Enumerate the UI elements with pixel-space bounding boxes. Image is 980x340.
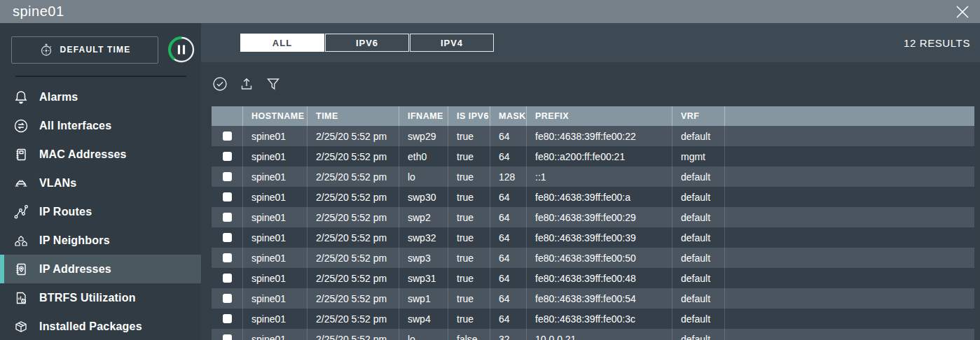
sidebar-item-ip-neighbors[interactable]: IP Neighbors <box>0 226 201 255</box>
cell-ifname: eth0 <box>399 146 448 167</box>
tab-ipv6[interactable]: IPV6 <box>325 34 409 52</box>
row-checkbox[interactable] <box>223 233 232 242</box>
row-checkbox[interactable] <box>223 172 232 181</box>
select-all-check-circle-icon[interactable] <box>212 76 228 92</box>
sidebar-item-label: IP Addresses <box>39 263 111 276</box>
row-checkbox[interactable] <box>223 274 232 283</box>
cell-time: 2/25/20 5:52 pm <box>307 207 399 227</box>
cell-prefix: fe80::a200:ff:fe00:21 <box>526 146 672 167</box>
header-checkbox-col <box>212 106 242 126</box>
cell-vrf: default <box>672 227 724 248</box>
bell-icon <box>13 89 29 106</box>
row-checkbox-cell <box>212 167 242 187</box>
header-vrf[interactable]: VRF <box>672 106 724 126</box>
sidebar-item-label: IP Routes <box>39 206 92 218</box>
table-row[interactable]: spine01 2/25/20 5:52 pm eth0 true 64 fe8… <box>212 146 974 167</box>
sidebar-item-label: Installed Packages <box>39 320 142 333</box>
cell-mask: 64 <box>490 126 526 146</box>
cell-hostname: spine01 <box>242 146 307 167</box>
sidebar-item-all-interfaces[interactable]: All Interfaces <box>0 111 201 140</box>
close-icon[interactable] <box>953 3 972 21</box>
table-row[interactable]: spine01 2/25/20 5:52 pm swp30 true 64 fe… <box>212 187 974 207</box>
row-checkbox[interactable] <box>223 253 232 262</box>
pause-progress-button[interactable] <box>167 36 195 64</box>
cell-is-ipv6: true <box>448 126 490 146</box>
sidebar: DEFAULT TIME Alarms <box>0 23 201 340</box>
row-checkbox-cell <box>212 227 242 248</box>
row-checkbox[interactable] <box>223 132 232 141</box>
row-checkbox[interactable] <box>223 314 232 323</box>
mac-address-book-icon <box>13 146 29 163</box>
sidebar-item-ip-addresses[interactable]: IP Addresses <box>0 255 201 283</box>
table-row[interactable]: spine01 2/25/20 5:52 pm swp29 true 64 fe… <box>212 126 974 146</box>
export-upload-icon[interactable] <box>239 76 254 92</box>
table-row[interactable]: spine01 2/25/20 5:52 pm swp3 true 64 fe8… <box>212 248 974 268</box>
table-row[interactable]: spine01 2/25/20 5:52 pm swp32 true 64 fe… <box>212 227 974 248</box>
tab-all[interactable]: ALL <box>240 34 324 52</box>
default-time-label: DEFAULT TIME <box>60 45 131 55</box>
row-checkbox-cell <box>212 187 242 207</box>
header-ifname[interactable]: IFNAME <box>399 106 448 126</box>
tab-ipv4[interactable]: IPV4 <box>410 34 494 52</box>
cell-time: 2/25/20 5:52 pm <box>307 167 399 187</box>
stopwatch-icon <box>39 43 53 57</box>
row-checkbox[interactable] <box>223 152 232 161</box>
sidebar-item-alarms[interactable]: Alarms <box>0 83 201 111</box>
cell-time: 2/25/20 5:52 pm <box>307 309 399 329</box>
cell-hostname: spine01 <box>242 126 307 146</box>
cell-ifname: swp3 <box>399 248 448 268</box>
cell-hostname: spine01 <box>242 187 307 207</box>
cell-mask: 64 <box>490 227 526 248</box>
sidebar-item-btrfs-utilization[interactable]: BTRFS Utilization <box>0 283 201 312</box>
cell-is-ipv6: true <box>448 268 490 288</box>
cell-vrf: mgmt <box>672 146 724 167</box>
cell-ifname: swp32 <box>399 227 448 248</box>
header-hostname[interactable]: HOSTNAME <box>242 106 307 126</box>
table-row[interactable]: spine01 2/25/20 5:52 pm swp1 true 64 fe8… <box>212 288 974 309</box>
row-checkbox[interactable] <box>223 192 232 201</box>
cell-spacer <box>724 227 974 248</box>
cell-is-ipv6: false <box>448 329 490 340</box>
table-row[interactable]: spine01 2/25/20 5:52 pm swp31 true 64 fe… <box>212 268 974 288</box>
header-mask[interactable]: MASK <box>490 106 526 126</box>
sidebar-item-label: BTRFS Utilization <box>39 292 136 304</box>
cell-prefix: fe80::4638:39ff:fe00:a <box>526 187 672 207</box>
cell-ifname: swp30 <box>399 187 448 207</box>
cell-time: 2/25/20 5:52 pm <box>307 227 399 248</box>
cell-vrf: default <box>672 167 724 187</box>
cell-vrf: default <box>672 268 724 288</box>
header-prefix[interactable]: PREFIX <box>526 106 672 126</box>
sidebar-item-label: IP Neighbors <box>39 234 110 247</box>
row-checkbox-cell <box>212 309 242 329</box>
cell-prefix: fe80::4638:39ff:fe00:54 <box>526 288 672 309</box>
table-toolbar <box>201 62 980 96</box>
sidebar-item-vlans[interactable]: VLANs <box>0 169 201 197</box>
table-row[interactable]: spine01 2/25/20 5:52 pm lo false 32 10.0… <box>212 329 974 340</box>
row-checkbox[interactable] <box>223 294 232 303</box>
cell-prefix: fe80::4638:39ff:fe00:39 <box>526 227 672 248</box>
row-checkbox[interactable] <box>223 213 232 222</box>
default-time-button[interactable]: DEFAULT TIME <box>11 36 158 64</box>
sidebar-item-mac-addresses[interactable]: MAC Addresses <box>0 140 201 169</box>
cell-mask: 64 <box>490 187 526 207</box>
cell-is-ipv6: true <box>448 227 490 248</box>
table-row[interactable]: spine01 2/25/20 5:52 pm lo true 128 ::1 … <box>212 167 974 187</box>
table-row[interactable]: spine01 2/25/20 5:52 pm swp2 true 64 fe8… <box>212 207 974 227</box>
sidebar-menu: Alarms All Interfaces <box>0 83 201 340</box>
sidebar-item-installed-packages[interactable]: Installed Packages <box>0 312 201 340</box>
cell-spacer <box>724 288 974 309</box>
results-count: 12 RESULTS <box>904 23 970 62</box>
cell-spacer <box>724 309 974 329</box>
header-is-ipv6[interactable]: IS IPV6 <box>448 106 490 126</box>
cell-spacer <box>724 126 974 146</box>
cell-is-ipv6: true <box>448 288 490 309</box>
filter-funnel-icon[interactable] <box>265 76 281 92</box>
sidebar-item-ip-routes[interactable]: IP Routes <box>0 197 201 226</box>
cell-time: 2/25/20 5:52 pm <box>307 126 399 146</box>
header-time[interactable]: TIME <box>307 106 399 126</box>
table-row[interactable]: spine01 2/25/20 5:52 pm swp4 true 64 fe8… <box>212 309 974 329</box>
row-checkbox[interactable] <box>223 334 232 340</box>
table-body: spine01 2/25/20 5:52 pm swp29 true 64 fe… <box>212 126 974 340</box>
tab-band: ALL IPV6 IPV4 12 RESULTS <box>201 23 980 62</box>
cell-spacer <box>724 248 974 268</box>
